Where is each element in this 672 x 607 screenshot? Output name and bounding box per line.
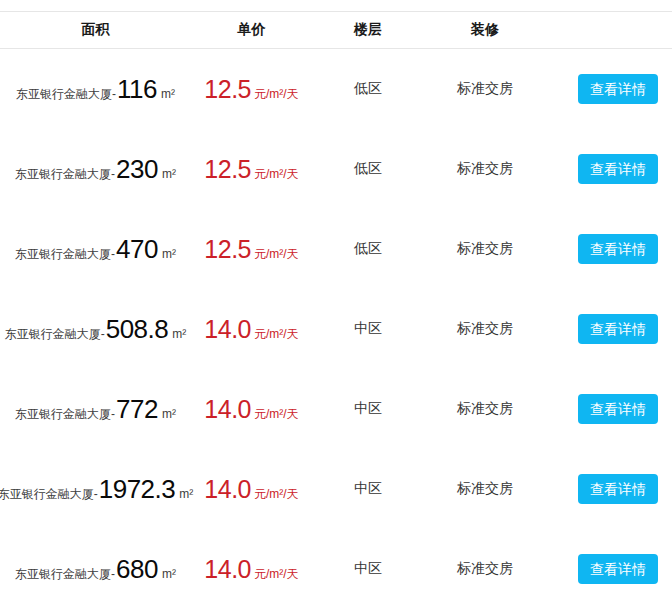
view-details-button[interactable]: 查看详情 bbox=[578, 554, 658, 584]
column-header-floor: 楼层 bbox=[312, 21, 424, 39]
area-cell: 东亚银行金融大厦- 680 m² bbox=[0, 554, 191, 585]
decoration-value: 标准交房 bbox=[424, 80, 546, 98]
decoration-value: 标准交房 bbox=[424, 400, 546, 418]
building-name: 东亚银行金融大厦- bbox=[0, 486, 98, 503]
area-cell: 东亚银行金融大厦- 230 m² bbox=[0, 154, 191, 185]
decoration-value: 标准交房 bbox=[424, 560, 546, 578]
floor-value: 低区 bbox=[312, 80, 424, 98]
action-cell: 查看详情 bbox=[546, 154, 672, 184]
area-unit: m² bbox=[162, 247, 176, 261]
table-row: 东亚银行金融大厦- 508.8 m² 14.0 元/m²/天 中区 标准交房 查… bbox=[0, 289, 672, 369]
building-name: 东亚银行金融大厦- bbox=[15, 166, 115, 183]
price-unit: 元/m²/天 bbox=[254, 326, 299, 343]
area-value: 508.8 bbox=[106, 314, 169, 345]
price-cell: 12.5 元/m²/天 bbox=[191, 75, 312, 104]
view-details-button[interactable]: 查看详情 bbox=[578, 474, 658, 504]
area-cell: 东亚银行金融大厦- 772 m² bbox=[0, 394, 191, 425]
view-details-button[interactable]: 查看详情 bbox=[578, 74, 658, 104]
table-row: 东亚银行金融大厦- 230 m² 12.5 元/m²/天 低区 标准交房 查看详… bbox=[0, 129, 672, 209]
price-cell: 14.0 元/m²/天 bbox=[191, 395, 312, 424]
price-unit: 元/m²/天 bbox=[254, 166, 299, 183]
action-cell: 查看详情 bbox=[546, 234, 672, 264]
area-value: 1972.3 bbox=[99, 474, 176, 505]
column-header-area: 面积 bbox=[0, 21, 191, 39]
price-value: 14.0 bbox=[204, 315, 251, 344]
action-cell: 查看详情 bbox=[546, 474, 672, 504]
area-unit: m² bbox=[162, 167, 176, 181]
area-unit: m² bbox=[162, 567, 176, 581]
decoration-value: 标准交房 bbox=[424, 160, 546, 178]
area-value: 772 bbox=[116, 394, 158, 425]
area-value: 230 bbox=[116, 154, 158, 185]
area-unit: m² bbox=[162, 407, 176, 421]
price-unit: 元/m²/天 bbox=[254, 86, 299, 103]
table-row: 东亚银行金融大厦- 680 m² 14.0 元/m²/天 中区 标准交房 查看详… bbox=[0, 529, 672, 607]
price-unit: 元/m²/天 bbox=[254, 406, 299, 423]
price-cell: 14.0 元/m²/天 bbox=[191, 315, 312, 344]
view-details-button[interactable]: 查看详情 bbox=[578, 314, 658, 344]
price-unit: 元/m²/天 bbox=[254, 246, 299, 263]
area-cell: 东亚银行金融大厦- 1972.3 m² bbox=[0, 474, 191, 505]
column-header-price: 单价 bbox=[191, 21, 312, 39]
column-header-decoration: 装修 bbox=[424, 21, 546, 39]
area-cell: 东亚银行金融大厦- 470 m² bbox=[0, 234, 191, 265]
area-cell: 东亚银行金融大厦- 508.8 m² bbox=[0, 314, 191, 345]
decoration-value: 标准交房 bbox=[424, 240, 546, 258]
action-cell: 查看详情 bbox=[546, 314, 672, 344]
price-value: 14.0 bbox=[204, 555, 251, 584]
price-unit: 元/m²/天 bbox=[254, 486, 299, 503]
area-value: 116 bbox=[117, 74, 157, 105]
floor-value: 低区 bbox=[312, 160, 424, 178]
table-header: 面积 单价 楼层 装修 bbox=[0, 11, 672, 49]
price-value: 12.5 bbox=[204, 155, 251, 184]
table-row: 东亚银行金融大厦- 470 m² 12.5 元/m²/天 低区 标准交房 查看详… bbox=[0, 209, 672, 289]
building-name: 东亚银行金融大厦- bbox=[16, 86, 116, 103]
building-name: 东亚银行金融大厦- bbox=[5, 326, 105, 343]
action-cell: 查看详情 bbox=[546, 394, 672, 424]
price-value: 14.0 bbox=[204, 395, 251, 424]
price-cell: 14.0 元/m²/天 bbox=[191, 475, 312, 504]
building-name: 东亚银行金融大厦- bbox=[15, 406, 115, 423]
table-row: 东亚银行金融大厦- 1972.3 m² 14.0 元/m²/天 中区 标准交房 … bbox=[0, 449, 672, 529]
price-cell: 12.5 元/m²/天 bbox=[191, 235, 312, 264]
table-row: 东亚银行金融大厦- 772 m² 14.0 元/m²/天 中区 标准交房 查看详… bbox=[0, 369, 672, 449]
price-unit: 元/m²/天 bbox=[254, 566, 299, 583]
floor-value: 中区 bbox=[312, 400, 424, 418]
view-details-button[interactable]: 查看详情 bbox=[578, 234, 658, 264]
action-cell: 查看详情 bbox=[546, 554, 672, 584]
view-details-button[interactable]: 查看详情 bbox=[578, 394, 658, 424]
area-value: 680 bbox=[116, 554, 158, 585]
building-name: 东亚银行金融大厦- bbox=[15, 246, 115, 263]
price-value: 12.5 bbox=[204, 235, 251, 264]
price-value: 12.5 bbox=[204, 75, 251, 104]
floor-value: 中区 bbox=[312, 480, 424, 498]
building-name: 东亚银行金融大厦- bbox=[15, 566, 115, 583]
table-row: 东亚银行金融大厦- 116 m² 12.5 元/m²/天 低区 标准交房 查看详… bbox=[0, 49, 672, 129]
action-cell: 查看详情 bbox=[546, 74, 672, 104]
floor-value: 低区 bbox=[312, 240, 424, 258]
view-details-button[interactable]: 查看详情 bbox=[578, 154, 658, 184]
price-cell: 14.0 元/m²/天 bbox=[191, 555, 312, 584]
decoration-value: 标准交房 bbox=[424, 320, 546, 338]
area-unit: m² bbox=[172, 327, 186, 341]
decoration-value: 标准交房 bbox=[424, 480, 546, 498]
top-spacer bbox=[0, 0, 672, 11]
floor-value: 中区 bbox=[312, 320, 424, 338]
price-cell: 12.5 元/m²/天 bbox=[191, 155, 312, 184]
floor-value: 中区 bbox=[312, 560, 424, 578]
area-value: 470 bbox=[116, 234, 158, 265]
area-unit: m² bbox=[161, 87, 175, 101]
area-cell: 东亚银行金融大厦- 116 m² bbox=[0, 74, 191, 105]
price-value: 14.0 bbox=[204, 475, 251, 504]
